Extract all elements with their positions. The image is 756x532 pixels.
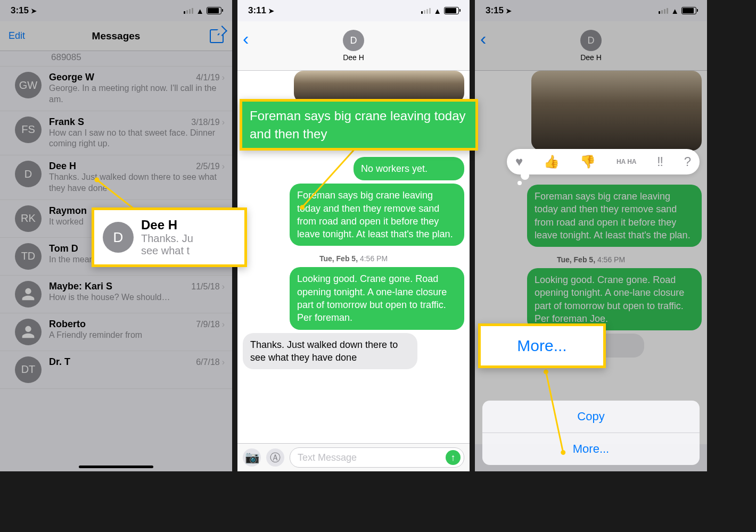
react-thumbs-up[interactable]: 👍 bbox=[544, 154, 560, 169]
contact-name: Frank S bbox=[49, 117, 191, 128]
message-preview: How can I saw no to that sweet face. Din… bbox=[49, 128, 225, 150]
message-date: 3/18/19 bbox=[191, 118, 219, 127]
action-sheet: Copy More... bbox=[482, 396, 700, 465]
contact-name: Dr. T bbox=[49, 356, 196, 368]
avatar: DT bbox=[15, 356, 42, 383]
wifi-icon: ▲ bbox=[196, 6, 204, 15]
received-message[interactable]: Thanks. Just walked down there to see wh… bbox=[243, 333, 417, 370]
timestamp: Tue, Feb 5, 4:56 PM bbox=[480, 255, 702, 264]
react-heart[interactable]: ♥ bbox=[515, 154, 523, 169]
avatar: FS bbox=[15, 117, 42, 143]
message-date: 6/7/18 bbox=[196, 358, 219, 367]
conversation-header: ‹ D Dee H bbox=[237, 21, 470, 71]
arrow-up-icon: ↑ bbox=[451, 452, 456, 463]
react-haha[interactable]: HA HA bbox=[617, 159, 637, 165]
messages-header: Edit Messages bbox=[0, 21, 232, 51]
camera-icon: 📷 bbox=[245, 451, 259, 464]
camera-button[interactable]: 📷 bbox=[243, 448, 261, 467]
contact-avatar[interactable]: D bbox=[580, 30, 602, 51]
react-thumbs-down[interactable]: 👎 bbox=[580, 154, 596, 169]
react-question[interactable]: ? bbox=[684, 154, 691, 169]
battery-icon bbox=[681, 7, 696, 14]
callout-selected-bubble: Foreman says big crane leaving today and… bbox=[240, 99, 478, 151]
sent-message[interactable]: Looking good. Crane gone. Road opening t… bbox=[527, 268, 702, 330]
send-button[interactable]: ↑ bbox=[446, 450, 461, 465]
callout-more-button: More... bbox=[478, 323, 606, 368]
message-input[interactable]: Text Message ↑ bbox=[290, 447, 464, 468]
message-date: 11/5/18 bbox=[191, 282, 219, 292]
conversation-row[interactable]: DDee H2/5/19›Thanks. Just walked down th… bbox=[0, 155, 232, 200]
message-date: 4/1/19 bbox=[196, 73, 219, 82]
chevron-right-icon: › bbox=[222, 73, 225, 82]
avatar: GW bbox=[15, 72, 42, 98]
contact-name[interactable]: Dee H bbox=[580, 53, 602, 62]
avatar bbox=[15, 319, 42, 345]
signal-icon bbox=[184, 8, 193, 14]
wifi-icon: ▲ bbox=[433, 6, 441, 15]
location-icon: ➤ bbox=[506, 7, 512, 15]
sent-message-selected[interactable]: Foreman says big crane leaving today and… bbox=[527, 185, 702, 247]
message-input-bar: 📷 Ⓐ Text Message ↑ bbox=[237, 443, 470, 471]
chevron-right-icon: › bbox=[222, 358, 225, 367]
status-bar: 3:15➤ ▲ bbox=[475, 0, 707, 21]
contact-name: Roberto bbox=[49, 319, 196, 330]
message-preview: How is the house? We should… bbox=[49, 292, 225, 303]
chevron-right-icon: › bbox=[222, 282, 225, 292]
message-preview: George. In a meeting right now. I'll cal… bbox=[49, 83, 225, 105]
chevron-right-icon: › bbox=[222, 320, 225, 329]
conversation-row[interactable]: Roberto7/9/18›A Friendly reminder from bbox=[0, 313, 232, 351]
contact-name: George W bbox=[49, 72, 196, 83]
react-exclaim[interactable]: ‼ bbox=[657, 154, 663, 169]
contact-name[interactable]: Dee H bbox=[343, 53, 364, 62]
chevron-right-icon: › bbox=[222, 118, 225, 127]
action-copy[interactable]: Copy bbox=[482, 401, 700, 433]
battery-icon bbox=[207, 7, 221, 14]
conversation-row[interactable]: DTDr. T6/7/18› bbox=[0, 351, 232, 389]
conversation-row[interactable]: GWGeorge W4/1/19›George. In a meeting ri… bbox=[0, 66, 232, 111]
battery-icon bbox=[444, 7, 459, 14]
app-store-icon: Ⓐ bbox=[270, 451, 281, 465]
signal-icon bbox=[421, 8, 431, 14]
sent-message[interactable]: No workers yet. bbox=[354, 157, 464, 180]
contact-name: Maybe: Kari S bbox=[49, 281, 191, 292]
action-more[interactable]: More... bbox=[482, 433, 700, 465]
avatar: D bbox=[15, 161, 42, 187]
message-preview: A Friendly reminder from bbox=[49, 330, 225, 341]
location-icon: ➤ bbox=[31, 7, 37, 15]
partial-row: 689085 bbox=[0, 51, 232, 66]
contact-name: Dee H bbox=[49, 161, 196, 172]
chevron-right-icon: › bbox=[222, 162, 225, 171]
wifi-icon: ▲ bbox=[671, 6, 679, 15]
compose-button[interactable] bbox=[210, 29, 224, 43]
sent-photo[interactable] bbox=[531, 71, 702, 151]
home-indicator[interactable] bbox=[79, 466, 153, 468]
avatar: TD bbox=[15, 243, 42, 270]
conversation-header: ‹ D Dee H bbox=[475, 21, 707, 71]
conversation-row[interactable]: FSFrank S3/18/19›How can I saw no to tha… bbox=[0, 111, 232, 156]
location-icon: ➤ bbox=[268, 7, 274, 15]
page-title: Messages bbox=[0, 30, 232, 42]
avatar: D bbox=[103, 222, 134, 253]
reaction-bar: ♥ 👍 👎 HA HA ‼ ? bbox=[507, 149, 700, 174]
conversation-row[interactable]: Maybe: Kari S11/5/18›How is the house? W… bbox=[0, 276, 232, 313]
sent-message[interactable]: Looking good. Crane gone. Road opening t… bbox=[290, 267, 464, 329]
signal-icon bbox=[659, 8, 668, 14]
avatar bbox=[15, 281, 42, 307]
edit-button[interactable]: Edit bbox=[9, 30, 25, 41]
message-date: 2/5/19 bbox=[196, 162, 219, 171]
sent-photo[interactable] bbox=[294, 71, 464, 103]
contact-avatar[interactable]: D bbox=[343, 30, 364, 51]
callout-conversation-row: D Dee H Thanks. Ju see what t bbox=[92, 207, 247, 267]
timestamp: Tue, Feb 5, 4:56 PM bbox=[243, 254, 464, 263]
status-bar: 3:11➤ ▲ bbox=[237, 0, 470, 21]
message-date: 7/9/18 bbox=[196, 320, 219, 329]
avatar: RK bbox=[15, 205, 42, 232]
app-store-button[interactable]: Ⓐ bbox=[266, 448, 284, 467]
status-bar: 3:15➤ ▲ bbox=[0, 0, 232, 21]
message-preview: Thanks. Just walked down there to see wh… bbox=[49, 172, 225, 194]
